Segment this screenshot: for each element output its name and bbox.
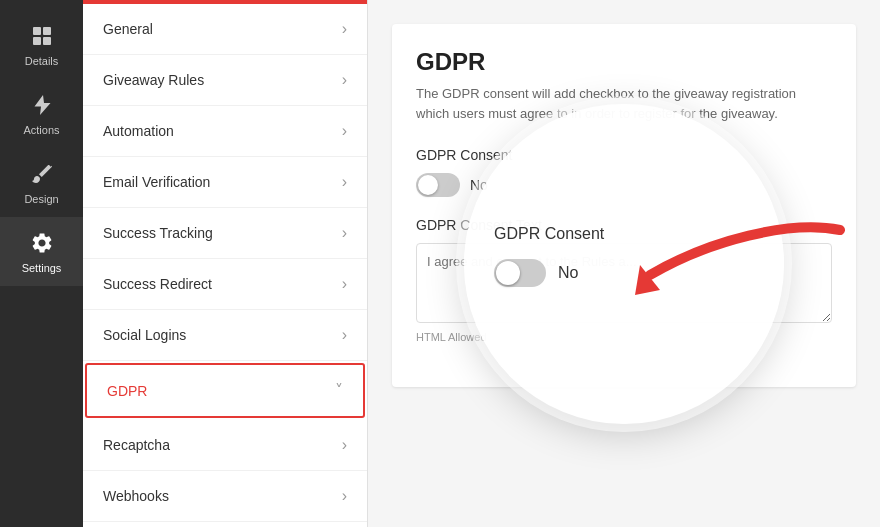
zoom-toggle-state: No <box>558 264 578 282</box>
chevron-right-icon: › <box>342 20 347 38</box>
grid-icon <box>28 22 56 50</box>
menu-item-general[interactable]: General › <box>83 4 367 55</box>
menu-label-recaptcha: Recaptcha <box>103 437 170 453</box>
menu-item-webhooks[interactable]: Webhooks › <box>83 471 367 522</box>
menu-label-giveaway-rules: Giveaway Rules <box>103 72 204 88</box>
sidebar: Details Actions Design Settings <box>0 0 83 527</box>
chevron-right-icon: › <box>342 487 347 505</box>
zoom-overlay: GDPR Consent No <box>464 104 784 424</box>
chevron-right-icon: › <box>342 436 347 454</box>
menu-label-social-logins: Social Logins <box>103 327 186 343</box>
zoom-toggle-knob <box>496 261 520 285</box>
sidebar-label-actions: Actions <box>23 124 59 136</box>
svg-rect-3 <box>43 37 51 45</box>
chevron-right-icon: › <box>342 122 347 140</box>
menu-label-webhooks: Webhooks <box>103 488 169 504</box>
toggle-knob <box>418 175 438 195</box>
zoom-gdpr-consent-label: GDPR Consent <box>494 225 754 243</box>
menu-item-recaptcha[interactable]: Recaptcha › <box>83 420 367 471</box>
chevron-right-icon: › <box>342 173 347 191</box>
sidebar-label-settings: Settings <box>22 262 62 274</box>
menu-item-social-logins[interactable]: Social Logins › <box>83 310 367 361</box>
chevron-right-icon: › <box>342 275 347 293</box>
menu-label-email-verification: Email Verification <box>103 174 210 190</box>
sidebar-item-design[interactable]: Design <box>0 148 83 217</box>
chevron-right-icon: › <box>342 224 347 242</box>
menu-label-gdpr: GDPR <box>107 383 147 399</box>
sidebar-item-actions[interactable]: Actions <box>0 79 83 148</box>
menu-label-success-tracking: Success Tracking <box>103 225 213 241</box>
svg-rect-1 <box>43 27 51 35</box>
menu-item-automation[interactable]: Automation › <box>83 106 367 157</box>
sidebar-label-design: Design <box>24 193 58 205</box>
chevron-right-icon: › <box>342 71 347 89</box>
lightning-icon <box>28 91 56 119</box>
svg-rect-0 <box>33 27 41 35</box>
chevron-right-icon: › <box>342 326 347 344</box>
menu-item-success-redirect[interactable]: Success Redirect › <box>83 259 367 310</box>
menu-panel: General › Giveaway Rules › Automation › … <box>83 0 368 527</box>
svg-rect-2 <box>33 37 41 45</box>
zoom-gdpr-toggle[interactable] <box>494 259 546 287</box>
menu-label-success-redirect: Success Redirect <box>103 276 212 292</box>
brush-icon <box>28 160 56 188</box>
menu-label-general: General <box>103 21 153 37</box>
sidebar-item-details[interactable]: Details <box>0 10 83 79</box>
menu-item-email-verification[interactable]: Email Verification › <box>83 157 367 208</box>
chevron-down-icon: ˅ <box>335 381 343 400</box>
zoom-toggle-row: No <box>494 259 754 287</box>
menu-item-success-tracking[interactable]: Success Tracking › <box>83 208 367 259</box>
menu-item-gdpr[interactable]: GDPR ˅ <box>85 363 365 418</box>
gear-icon <box>28 229 56 257</box>
gdpr-toggle[interactable] <box>416 173 460 197</box>
page-title: GDPR <box>416 48 832 76</box>
sidebar-label-details: Details <box>25 55 59 67</box>
top-bar <box>83 0 367 4</box>
menu-label-automation: Automation <box>103 123 174 139</box>
sidebar-item-settings[interactable]: Settings <box>0 217 83 286</box>
main-content: GDPR The GDPR consent will add checkbox … <box>368 0 880 527</box>
menu-item-giveaway-rules[interactable]: Giveaway Rules › <box>83 55 367 106</box>
zoom-content: GDPR Consent No <box>464 195 784 333</box>
